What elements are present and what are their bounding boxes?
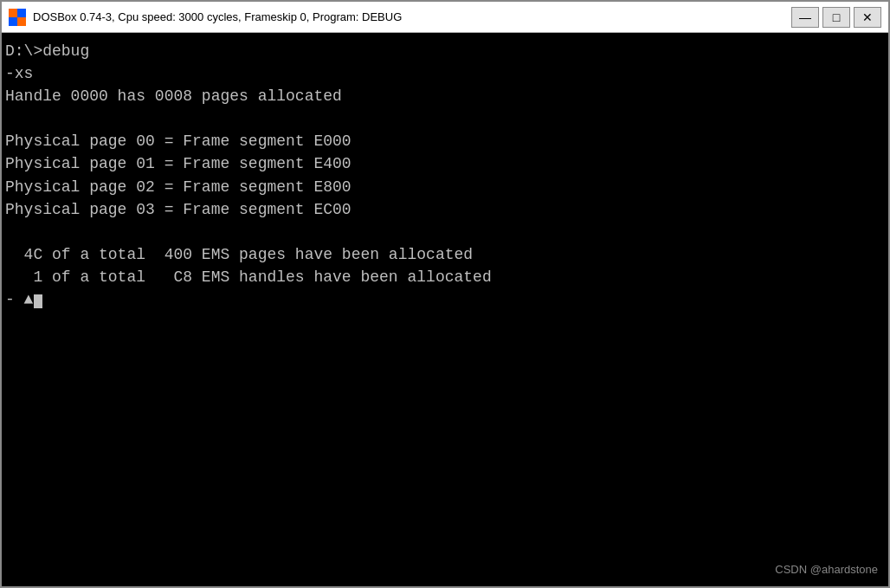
window-controls: — □ ✕ <box>791 7 881 28</box>
maximize-button[interactable]: □ <box>822 7 850 28</box>
terminal-screen[interactable]: D:\>debug -xs Handle 0000 has 0008 pages… <box>2 33 888 586</box>
minimize-button[interactable]: — <box>791 7 819 28</box>
dosbox-window: DOSBox 0.74-3, Cpu speed: 3000 cycles, F… <box>0 0 890 588</box>
app-icon <box>9 9 26 26</box>
watermark: CSDN @ahardstone <box>775 562 878 578</box>
title-bar: DOSBox 0.74-3, Cpu speed: 3000 cycles, F… <box>2 2 888 33</box>
close-button[interactable]: ✕ <box>854 7 881 28</box>
terminal-output: D:\>debug -xs Handle 0000 has 0008 pages… <box>5 40 881 311</box>
window-title: DOSBox 0.74-3, Cpu speed: 3000 cycles, F… <box>33 10 791 23</box>
cursor <box>34 294 42 308</box>
